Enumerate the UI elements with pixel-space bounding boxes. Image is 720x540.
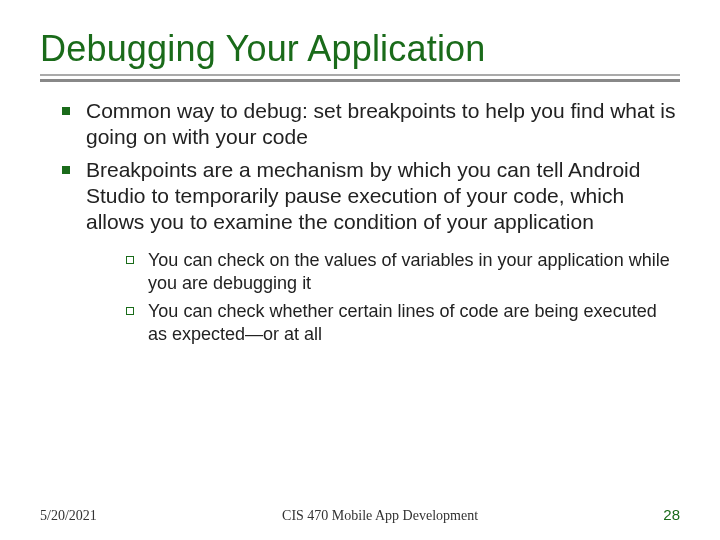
slide: Debugging Your Application Common way to… <box>0 0 720 540</box>
title-rule <box>40 74 680 82</box>
bullet-text: Breakpoints are a mechanism by which you… <box>86 158 640 234</box>
sub-bullet-item: You can check on the values of variables… <box>126 249 680 300</box>
bullet-item: Common way to debug: set breakpoints to … <box>62 98 680 157</box>
bullet-item: Breakpoints are a mechanism by which you… <box>62 157 680 358</box>
sub-bullet-list: You can check on the values of variables… <box>86 249 680 351</box>
sub-bullet-text: You can check on the values of variables… <box>148 250 670 293</box>
bullet-list: Common way to debug: set breakpoints to … <box>40 98 680 357</box>
footer-date: 5/20/2021 <box>40 508 97 524</box>
slide-footer: 5/20/2021 CIS 470 Mobile App Development… <box>0 506 720 524</box>
slide-title: Debugging Your Application <box>40 28 680 70</box>
footer-course: CIS 470 Mobile App Development <box>97 508 664 524</box>
sub-bullet-text: You can check whether certain lines of c… <box>148 301 657 344</box>
footer-page-number: 28 <box>663 506 680 523</box>
sub-bullet-item: You can check whether certain lines of c… <box>126 300 680 351</box>
bullet-text: Common way to debug: set breakpoints to … <box>86 99 676 148</box>
